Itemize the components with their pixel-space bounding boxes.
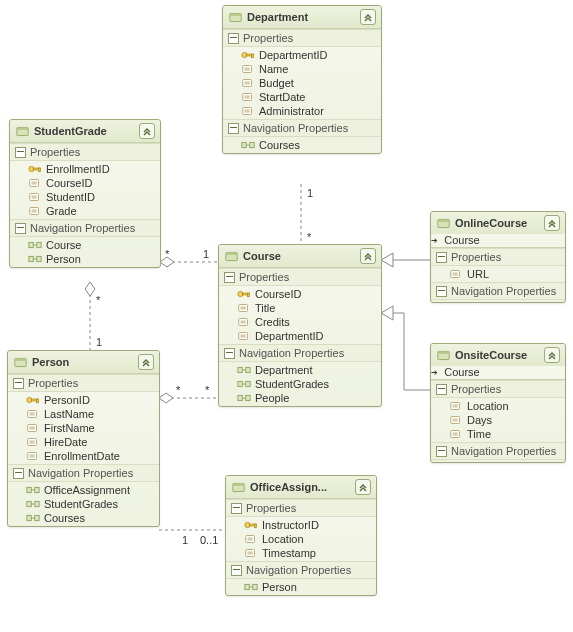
- collapse-icon[interactable]: [544, 215, 560, 231]
- entity-person[interactable]: Person Properties PersonIDLastNameFirstN…: [7, 350, 160, 527]
- property-row[interactable]: Location: [431, 399, 565, 413]
- toggle-icon[interactable]: [224, 348, 235, 359]
- property-row[interactable]: CourseID: [219, 287, 381, 301]
- entity-header[interactable]: Course: [219, 245, 381, 268]
- property-row[interactable]: Administrator: [223, 104, 381, 118]
- entity-header[interactable]: Department: [223, 6, 381, 29]
- property-icon: [244, 547, 258, 559]
- property-row[interactable]: DepartmentID: [219, 329, 381, 343]
- navigation-icon: [237, 378, 251, 390]
- navprop-label: Person: [262, 581, 297, 593]
- toggle-icon[interactable]: [436, 286, 447, 297]
- navprop-row[interactable]: StudentGrades: [219, 377, 381, 391]
- section-navprops[interactable]: Navigation Properties: [226, 561, 376, 579]
- svg-rect-62: [239, 319, 248, 326]
- toggle-icon[interactable]: [13, 468, 24, 479]
- navprop-row[interactable]: Department: [219, 363, 381, 377]
- toggle-icon[interactable]: [436, 252, 447, 263]
- entity-onsitecourse[interactable]: OnsiteCourse ➔ Course Properties Locatio…: [430, 343, 566, 463]
- entity-studentgrade[interactable]: StudentGrade Properties EnrollmentIDCour…: [9, 119, 161, 268]
- navprop-row[interactable]: StudentGrades: [8, 497, 159, 511]
- collapse-icon[interactable]: [360, 9, 376, 25]
- navprop-row[interactable]: OfficeAssignment: [8, 483, 159, 497]
- navprop-label: Department: [255, 364, 312, 376]
- entity-header[interactable]: OnsiteCourse: [431, 344, 565, 366]
- property-row[interactable]: Location: [226, 532, 376, 546]
- navprop-row[interactable]: Courses: [223, 138, 381, 152]
- navprop-row[interactable]: Person: [226, 580, 376, 594]
- property-row[interactable]: Name: [223, 62, 381, 76]
- section-properties[interactable]: Properties: [10, 143, 160, 161]
- property-row[interactable]: Credits: [219, 315, 381, 329]
- property-label: Credits: [255, 316, 290, 328]
- toggle-icon[interactable]: [13, 378, 24, 389]
- svg-rect-91: [28, 453, 37, 460]
- section-navprops[interactable]: Navigation Properties: [431, 282, 565, 300]
- section-navprops[interactable]: Navigation Properties: [431, 442, 565, 460]
- property-label: StartDate: [259, 91, 305, 103]
- collapse-icon[interactable]: [139, 123, 155, 139]
- collapse-icon[interactable]: [360, 248, 376, 264]
- property-row[interactable]: EnrollmentID: [10, 162, 160, 176]
- section-navprops[interactable]: Navigation Properties: [8, 464, 159, 482]
- collapse-icon[interactable]: [138, 354, 154, 370]
- section-properties[interactable]: Properties: [226, 499, 376, 517]
- property-row[interactable]: CourseID: [10, 176, 160, 190]
- entity-department[interactable]: Department Properties DepartmentIDNameBu…: [222, 5, 382, 154]
- toggle-icon[interactable]: [231, 503, 242, 514]
- property-row[interactable]: Budget: [223, 76, 381, 90]
- property-row[interactable]: InstructorID: [226, 518, 376, 532]
- navprop-row[interactable]: Course: [10, 238, 160, 252]
- svg-rect-48: [29, 242, 33, 247]
- navprop-row[interactable]: Person: [10, 252, 160, 266]
- toggle-icon[interactable]: [224, 272, 235, 283]
- toggle-icon[interactable]: [15, 147, 26, 158]
- toggle-icon[interactable]: [436, 446, 447, 457]
- section-navprops[interactable]: Navigation Properties: [10, 219, 160, 237]
- toggle-icon[interactable]: [231, 565, 242, 576]
- navprop-row[interactable]: Courses: [8, 511, 159, 525]
- property-row[interactable]: StartDate: [223, 90, 381, 104]
- property-label: Title: [255, 302, 275, 314]
- property-row[interactable]: FirstName: [8, 421, 159, 435]
- entity-header[interactable]: Person: [8, 351, 159, 374]
- section-properties[interactable]: Properties: [431, 380, 565, 398]
- collapse-icon[interactable]: [544, 347, 560, 363]
- property-row[interactable]: Grade: [10, 204, 160, 218]
- collapse-icon[interactable]: [355, 479, 371, 495]
- svg-rect-32: [250, 142, 254, 147]
- entity-onlinecourse[interactable]: OnlineCourse ➔ Course Properties URL Nav…: [430, 211, 566, 303]
- property-row[interactable]: HireDate: [8, 435, 159, 449]
- property-icon: [237, 330, 251, 342]
- property-row[interactable]: EnrollmentDate: [8, 449, 159, 463]
- entity-course[interactable]: Course Properties CourseIDTitleCreditsDe…: [218, 244, 382, 407]
- section-properties[interactable]: Properties: [431, 248, 565, 266]
- property-row[interactable]: StudentID: [10, 190, 160, 204]
- section-navprops[interactable]: Navigation Properties: [223, 119, 381, 137]
- entity-header[interactable]: OnlineCourse: [431, 212, 565, 234]
- entity-header[interactable]: OfficeAssign...: [226, 476, 376, 499]
- section-properties[interactable]: Properties: [219, 268, 381, 286]
- toggle-icon[interactable]: [436, 384, 447, 395]
- property-row[interactable]: Time: [431, 427, 565, 441]
- property-row[interactable]: Timestamp: [226, 546, 376, 560]
- property-row[interactable]: URL: [431, 267, 565, 281]
- entity-header[interactable]: StudentGrade: [10, 120, 160, 143]
- toggle-icon[interactable]: [15, 223, 26, 234]
- property-row[interactable]: Title: [219, 301, 381, 315]
- toggle-icon[interactable]: [228, 33, 239, 44]
- toggle-icon[interactable]: [228, 123, 239, 134]
- svg-rect-78: [15, 358, 26, 360]
- props-list: LocationDaysTime: [431, 398, 565, 442]
- svg-rect-100: [27, 515, 31, 520]
- entity-officeassignment[interactable]: OfficeAssign... Properties InstructorIDL…: [225, 475, 377, 596]
- section-navprops[interactable]: Navigation Properties: [219, 344, 381, 362]
- property-row[interactable]: DepartmentID: [223, 48, 381, 62]
- navprop-row[interactable]: People: [219, 391, 381, 405]
- property-row[interactable]: PersonID: [8, 393, 159, 407]
- nav-list: [431, 460, 565, 462]
- section-properties[interactable]: Properties: [8, 374, 159, 392]
- property-row[interactable]: LastName: [8, 407, 159, 421]
- property-row[interactable]: Days: [431, 413, 565, 427]
- section-properties[interactable]: Properties: [223, 29, 381, 47]
